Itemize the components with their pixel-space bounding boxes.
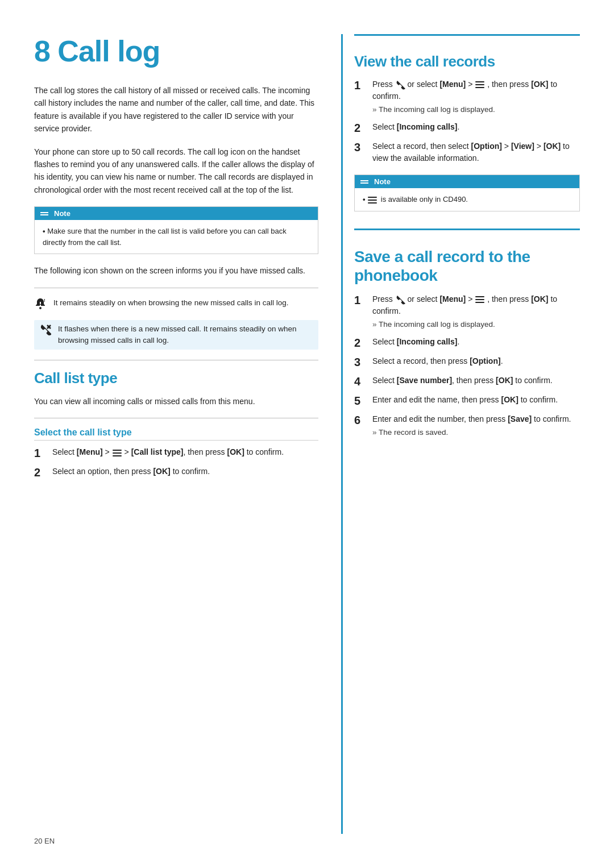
- note-box-1: Note Make sure that the number in the ca…: [34, 206, 318, 254]
- call-list-type-heading: Call list type: [34, 369, 318, 387]
- divider-3: [34, 418, 318, 418]
- vcr-step-3: 3 Select a record, then select [Option] …: [354, 140, 580, 164]
- svg-rect-10: [475, 84, 484, 85]
- svg-rect-17: [475, 302, 484, 303]
- view-call-records-section: View the call records 1 Press or select …: [354, 34, 580, 211]
- svg-rect-1: [40, 302, 41, 304]
- scr-step-2: 2 Select [Incoming calls].: [354, 336, 580, 350]
- call-list-type-steps: 1 Select [Menu] > > [Call list type], th…: [34, 446, 318, 479]
- scr-step-4: 4 Select [Save number], then press [OK] …: [354, 375, 580, 388]
- note-label-right-1: Note: [374, 177, 391, 186]
- note-item-1: Make sure that the number in the call li…: [43, 226, 310, 248]
- svg-point-0: [39, 307, 42, 309]
- svg-rect-6: [113, 450, 122, 451]
- svg-rect-15: [475, 296, 484, 297]
- icon-list: ! It remains steadily on when browsing t…: [34, 297, 318, 350]
- call-list-type-body: You can view all incoming calls or misse…: [34, 395, 318, 408]
- view-call-records-steps: 1 Press or select [Menu] > , then press: [354, 78, 580, 164]
- svg-rect-12: [368, 197, 377, 198]
- intro-text-1: The call log stores the call history of …: [34, 84, 318, 135]
- scr-step-1-sub: The incoming call log is displayed.: [372, 319, 580, 330]
- svg-rect-9: [475, 81, 484, 82]
- svg-rect-2: [40, 305, 41, 306]
- svg-rect-7: [113, 452, 122, 454]
- scr-step-1: 1 Press or select [Menu] > , then press: [354, 293, 580, 330]
- page-footer: 20 EN: [34, 837, 55, 845]
- scr-step-6: 6 Enter and edit the number, then press …: [354, 413, 580, 438]
- note-header-1: Note: [35, 207, 318, 220]
- icon-list-item-2: It flashes when there is a new missed ca…: [34, 320, 318, 350]
- scr-step-3: 3 Select a record, then press [Option].: [354, 355, 580, 369]
- view-call-records-heading: View the call records: [354, 53, 580, 70]
- svg-text:!: !: [44, 298, 45, 303]
- icon-list-item-1: ! It remains steadily on when browsing t…: [34, 297, 318, 314]
- svg-rect-14: [368, 202, 377, 203]
- vcr-step-1-sub: The incoming call log is displayed.: [372, 104, 580, 115]
- missed-intro: The following icon shown on the screen i…: [34, 264, 318, 277]
- page-title: 8 Call log: [34, 34, 318, 68]
- save-call-record-section: Save a call record to the phonebook 1 Pr…: [354, 229, 580, 439]
- step-1: 1 Select [Menu] > > [Call list type], th…: [34, 446, 318, 460]
- icon-list-text-1: It remains steadily on when browsing the…: [53, 297, 288, 309]
- note-body-right-1: is available only in CD490.: [355, 188, 579, 211]
- step-2: 2 Select an option, then press [OK] to c…: [34, 466, 318, 479]
- divider-1: [34, 288, 318, 288]
- save-call-record-heading: Save a call record to the phonebook: [354, 247, 580, 285]
- note-lines-icon-right: [360, 180, 368, 184]
- missed-calls-flash-icon: [39, 323, 51, 340]
- note-header-right-1: Note: [355, 175, 579, 188]
- left-column: 8 Call log The call log stores the call …: [34, 34, 318, 834]
- scr-step-6-sub: The record is saved.: [372, 427, 580, 438]
- svg-rect-16: [475, 299, 484, 300]
- note-label-1: Note: [54, 209, 70, 218]
- save-call-record-steps: 1 Press or select [Menu] > , then press: [354, 293, 580, 439]
- vcr-step-2: 2 Select [Incoming calls].: [354, 121, 580, 135]
- note-lines-icon-1: [40, 212, 48, 215]
- scr-step-5: 5 Enter and edit the name, then press [O…: [354, 394, 580, 408]
- divider-2: [34, 360, 318, 360]
- icon-list-text-2: It flashes when there is a new missed ca…: [58, 323, 314, 347]
- note-body-1: Make sure that the number in the call li…: [35, 220, 318, 254]
- svg-rect-13: [368, 200, 377, 201]
- call-list-type-section: Call list type You can view all incoming…: [34, 369, 318, 479]
- svg-rect-11: [475, 87, 484, 88]
- right-column: View the call records 1 Press or select …: [341, 34, 580, 834]
- note-right-item-1: is available only in CD490.: [363, 194, 571, 205]
- vcr-step-1: 1 Press or select [Menu] > , then press: [354, 78, 580, 115]
- intro-text-2: Your phone can store up to 50 call recor…: [34, 146, 318, 197]
- select-call-list-subheading: Select the call list type: [34, 427, 318, 441]
- svg-rect-8: [113, 455, 122, 456]
- note-box-right-1: Note is available only in CD490.: [354, 175, 580, 211]
- missed-calls-steady-icon: !: [34, 297, 47, 314]
